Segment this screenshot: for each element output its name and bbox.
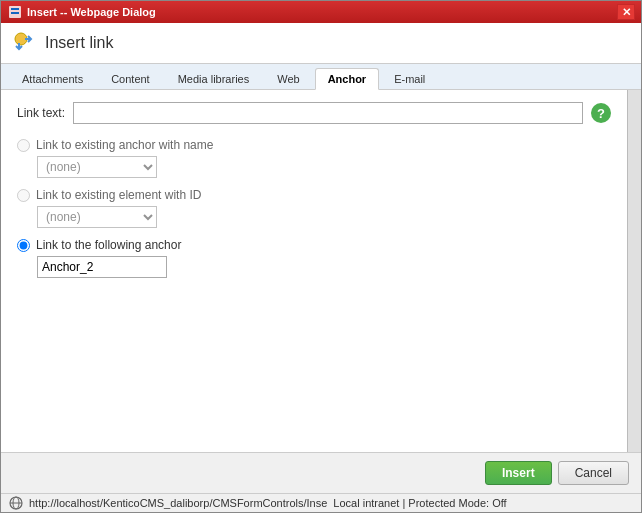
window-icon (7, 4, 23, 20)
option2-group: Link to existing element with ID (none) (17, 188, 611, 228)
option1-dropdown-row: (none) (37, 156, 611, 178)
option1-radio[interactable] (17, 139, 30, 152)
dialog-footer: Insert Cancel (1, 452, 641, 493)
option2-label: Link to existing element with ID (36, 188, 201, 202)
content-wrapper: Link text: ? Link to existing anchor wit… (1, 90, 641, 452)
close-button[interactable]: ✕ (617, 4, 635, 20)
dialog-window: Insert -- Webpage Dialog ✕ Insert link A… (0, 0, 642, 513)
tab-anchor[interactable]: Anchor (315, 68, 380, 90)
option3-label: Link to the following anchor (36, 238, 181, 252)
option2-radio[interactable] (17, 189, 30, 202)
link-text-input[interactable] (73, 102, 583, 124)
tab-bar: Attachments Content Media libraries Web … (1, 64, 641, 90)
option1-dropdown[interactable]: (none) (37, 156, 157, 178)
tab-email[interactable]: E-mail (381, 68, 438, 89)
status-bar: http://localhost/KenticoCMS_daliborp/CMS… (1, 493, 641, 512)
tab-attachments[interactable]: Attachments (9, 68, 96, 89)
status-zone: Local intranet | Protected Mode: Off (333, 497, 506, 509)
globe-icon (9, 496, 23, 510)
title-bar: Insert -- Webpage Dialog ✕ (1, 1, 641, 23)
help-icon[interactable]: ? (591, 103, 611, 123)
insert-button[interactable]: Insert (485, 461, 552, 485)
option1-radio-row: Link to existing anchor with name (17, 138, 611, 152)
link-icon (13, 31, 37, 55)
tab-web[interactable]: Web (264, 68, 312, 89)
option2-dropdown[interactable]: (none) (37, 206, 157, 228)
title-bar-text: Insert -- Webpage Dialog (27, 6, 617, 18)
option2-dropdown-row: (none) (37, 206, 611, 228)
content-area: Link text: ? Link to existing anchor wit… (1, 90, 627, 452)
svg-rect-2 (11, 12, 19, 14)
tab-content[interactable]: Content (98, 68, 163, 89)
option2-radio-row: Link to existing element with ID (17, 188, 611, 202)
status-url: http://localhost/KenticoCMS_daliborp/CMS… (29, 497, 327, 509)
anchor-input-row (37, 256, 611, 278)
anchor-text-input[interactable] (37, 256, 167, 278)
cancel-button[interactable]: Cancel (558, 461, 629, 485)
dialog-header: Insert link (1, 23, 641, 64)
option3-group: Link to the following anchor (17, 238, 611, 278)
svg-rect-1 (11, 8, 19, 10)
scrollbar[interactable] (627, 90, 641, 452)
link-text-row: Link text: ? (17, 102, 611, 124)
header-title: Insert link (45, 34, 113, 52)
option1-group: Link to existing anchor with name (none) (17, 138, 611, 178)
option3-radio-row: Link to the following anchor (17, 238, 611, 252)
link-text-label: Link text: (17, 106, 65, 120)
option3-radio[interactable] (17, 239, 30, 252)
option1-label: Link to existing anchor with name (36, 138, 213, 152)
tab-media[interactable]: Media libraries (165, 68, 263, 89)
